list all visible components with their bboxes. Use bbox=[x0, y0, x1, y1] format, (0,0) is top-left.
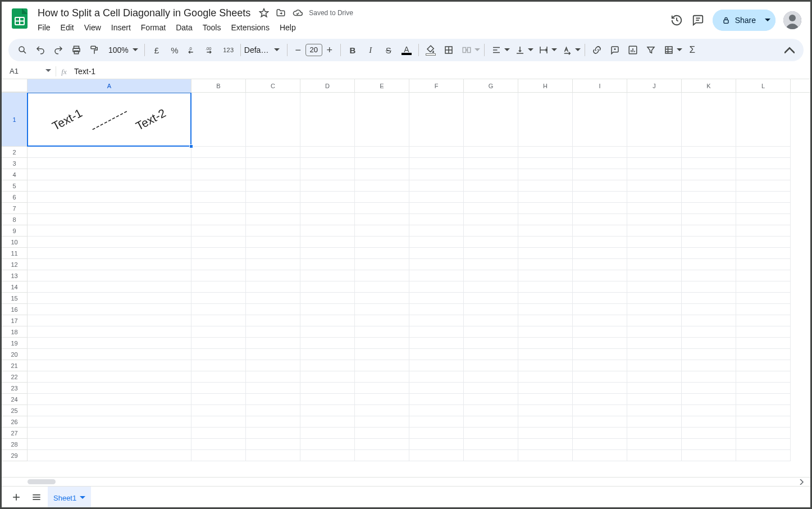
cell[interactable] bbox=[627, 281, 682, 293]
cell[interactable] bbox=[627, 360, 682, 371]
cell[interactable] bbox=[28, 180, 191, 192]
cell[interactable] bbox=[246, 237, 300, 248]
cell[interactable] bbox=[682, 237, 736, 248]
cell[interactable] bbox=[627, 304, 682, 315]
cell[interactable] bbox=[736, 93, 791, 147]
search-icon[interactable] bbox=[14, 42, 31, 58]
cell[interactable] bbox=[518, 293, 573, 304]
cell[interactable] bbox=[627, 394, 682, 405]
cell[interactable] bbox=[736, 439, 791, 450]
cell[interactable] bbox=[355, 270, 409, 281]
share-button[interactable]: Share bbox=[713, 10, 775, 31]
cell[interactable] bbox=[300, 304, 355, 315]
cell[interactable] bbox=[627, 338, 682, 349]
cell[interactable] bbox=[627, 349, 682, 360]
cell[interactable] bbox=[682, 371, 736, 383]
cell[interactable] bbox=[518, 416, 573, 428]
column-header[interactable]: I bbox=[573, 79, 627, 92]
cell[interactable] bbox=[246, 360, 300, 371]
cell[interactable] bbox=[409, 450, 464, 461]
cell[interactable] bbox=[518, 214, 573, 225]
cell[interactable] bbox=[409, 237, 464, 248]
cell[interactable] bbox=[627, 158, 682, 169]
move-folder-icon[interactable] bbox=[275, 7, 286, 19]
cell[interactable] bbox=[736, 405, 791, 416]
row-header[interactable]: 20 bbox=[2, 349, 28, 360]
strikethrough-icon[interactable]: S bbox=[380, 42, 397, 58]
cell[interactable] bbox=[300, 450, 355, 461]
format-number-icon[interactable]: 123 bbox=[220, 42, 237, 58]
cell[interactable] bbox=[627, 416, 682, 428]
cell[interactable] bbox=[300, 326, 355, 338]
row-header[interactable]: 22 bbox=[2, 371, 28, 383]
menu-help[interactable]: Help bbox=[275, 21, 300, 34]
cell[interactable] bbox=[736, 248, 791, 259]
cell[interactable] bbox=[573, 383, 627, 394]
cell[interactable] bbox=[246, 214, 300, 225]
star-icon[interactable] bbox=[258, 7, 270, 19]
cell[interactable] bbox=[627, 203, 682, 214]
cell[interactable] bbox=[573, 203, 627, 214]
cell[interactable] bbox=[573, 394, 627, 405]
cell[interactable] bbox=[409, 360, 464, 371]
cell[interactable] bbox=[627, 147, 682, 158]
cell[interactable] bbox=[28, 259, 191, 270]
cell[interactable] bbox=[736, 180, 791, 192]
cell[interactable] bbox=[518, 360, 573, 371]
cell[interactable] bbox=[300, 192, 355, 203]
cell[interactable] bbox=[736, 169, 791, 180]
cell[interactable] bbox=[300, 360, 355, 371]
cell[interactable] bbox=[191, 338, 246, 349]
cell[interactable] bbox=[682, 338, 736, 349]
cell[interactable] bbox=[464, 383, 518, 394]
cell[interactable] bbox=[573, 214, 627, 225]
cell[interactable] bbox=[246, 192, 300, 203]
cell[interactable] bbox=[300, 349, 355, 360]
row-header[interactable]: 9 bbox=[2, 225, 28, 237]
cell[interactable] bbox=[355, 147, 409, 158]
cell[interactable] bbox=[300, 225, 355, 237]
cell[interactable] bbox=[191, 93, 246, 147]
cell[interactable] bbox=[191, 428, 246, 439]
cell[interactable] bbox=[736, 158, 791, 169]
column-header[interactable]: E bbox=[355, 79, 409, 92]
cell[interactable] bbox=[355, 259, 409, 270]
cell[interactable] bbox=[464, 326, 518, 338]
cell[interactable] bbox=[409, 293, 464, 304]
sheets-logo[interactable] bbox=[8, 7, 31, 30]
cell[interactable] bbox=[464, 225, 518, 237]
cell[interactable] bbox=[627, 293, 682, 304]
cell[interactable] bbox=[627, 237, 682, 248]
cell[interactable] bbox=[627, 326, 682, 338]
text-wrap-icon[interactable] bbox=[535, 42, 552, 58]
cell[interactable] bbox=[464, 180, 518, 192]
cell[interactable] bbox=[28, 147, 191, 158]
cell[interactable] bbox=[28, 304, 191, 315]
cell[interactable] bbox=[464, 147, 518, 158]
cell[interactable] bbox=[191, 203, 246, 214]
cell[interactable] bbox=[28, 405, 191, 416]
row-header[interactable]: 19 bbox=[2, 338, 28, 349]
cell[interactable] bbox=[355, 383, 409, 394]
cell[interactable] bbox=[28, 192, 191, 203]
cell[interactable] bbox=[409, 192, 464, 203]
cell[interactable] bbox=[627, 428, 682, 439]
chevron-down-icon[interactable] bbox=[80, 494, 85, 502]
insert-link-icon[interactable] bbox=[589, 42, 605, 58]
cell[interactable] bbox=[28, 169, 191, 180]
cell[interactable] bbox=[464, 450, 518, 461]
cell[interactable] bbox=[409, 203, 464, 214]
cell[interactable] bbox=[28, 360, 191, 371]
italic-icon[interactable]: I bbox=[362, 42, 379, 58]
cell[interactable] bbox=[409, 416, 464, 428]
row-header[interactable]: 29 bbox=[2, 450, 28, 461]
selected-cell[interactable]: Text-1 --------- Text-2 bbox=[27, 93, 191, 147]
cell[interactable] bbox=[518, 237, 573, 248]
cell[interactable] bbox=[518, 450, 573, 461]
cell[interactable] bbox=[355, 360, 409, 371]
cell[interactable] bbox=[518, 147, 573, 158]
row-header[interactable]: 21 bbox=[2, 360, 28, 371]
comments-icon[interactable] bbox=[691, 13, 705, 27]
cell[interactable] bbox=[464, 93, 518, 147]
cell[interactable] bbox=[736, 338, 791, 349]
